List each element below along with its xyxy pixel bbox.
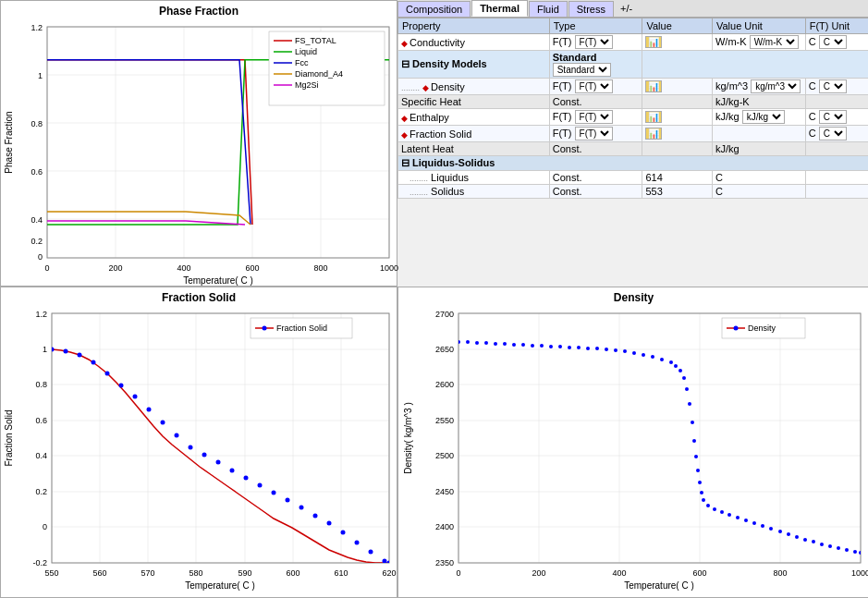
svg-text:2700: 2700 [435,310,454,319]
col-property: Property [398,18,550,34]
ft-unit [805,171,868,185]
svg-point-98 [355,541,360,545]
tab-fluid[interactable]: Fluid [529,1,568,17]
svg-text:Fraction Solid: Fraction Solid [4,409,14,466]
value-button[interactable]: 📊 [645,80,662,92]
svg-text:2450: 2450 [435,487,454,496]
svg-rect-57 [52,313,389,563]
svg-point-157 [632,351,636,355]
svg-point-80 [105,372,110,376]
property-value: 📊 [642,126,713,142]
svg-point-78 [78,353,82,358]
svg-point-145 [521,343,525,347]
svg-point-156 [623,349,627,353]
tab-thermal[interactable]: Thermal [471,0,528,17]
svg-point-169 [694,455,698,458]
svg-point-185 [795,535,799,539]
property-type: Const. [549,185,642,199]
section-type: Standard Standard [549,51,642,79]
unit-select[interactable]: W/m-K [750,35,799,49]
value-button[interactable]: 📊 [645,36,662,48]
table-row: ◆Enthalpy F(T) F(T) 📊 kJ/kg kJ/kg C C [398,109,869,126]
svg-point-146 [531,344,534,348]
svg-point-160 [660,358,664,361]
unit-select[interactable]: kJ/kg [742,110,785,124]
phase-chart-title: Phase Fraction [1,1,397,18]
diamond-icon: ◆ [422,83,429,92]
property-value: 📊 [642,109,713,126]
property-name: ........ ◆Density [398,79,550,95]
type-select[interactable]: F(T) [575,79,613,93]
svg-point-183 [778,530,782,533]
property-value [642,95,713,109]
svg-point-139 [466,340,470,344]
value-unit: kJ/kg [712,142,805,156]
svg-text:Liquid: Liquid [295,47,317,56]
value-button[interactable]: 📊 [645,128,662,140]
svg-text:610: 610 [334,568,348,578]
svg-point-141 [484,341,488,345]
property-value: 614 [642,171,713,185]
svg-point-170 [696,469,700,472]
col-value: Value [642,18,713,34]
svg-point-87 [202,453,207,458]
density-chart-svg: 2700 2650 2600 2550 2500 2450 2400 2350 … [398,304,868,595]
svg-point-154 [605,348,608,351]
svg-point-182 [769,527,773,531]
table-row: ........ ◆Density F(T) F(T) 📊 kg/m^3 kg/… [398,79,869,95]
section-name: ⊟ Liquidus-Solidus [398,156,869,171]
ft-unit-select[interactable]: C [819,110,847,124]
svg-text:0.6: 0.6 [35,416,47,425]
svg-text:200: 200 [532,568,545,578]
property-name: ........ Liquidus [398,171,550,185]
ft-unit-select[interactable]: C [819,127,847,140]
density-model-select[interactable]: Standard [553,63,611,77]
svg-text:400: 400 [612,568,626,578]
property-value: 553 [642,185,713,199]
tab-plus[interactable]: +/- [615,1,638,16]
svg-point-181 [761,524,764,528]
type-select[interactable]: F(T) [575,127,613,140]
svg-text:Density( kg/m^3 ): Density( kg/m^3 ) [403,402,413,474]
svg-text:0.4: 0.4 [35,451,47,460]
svg-text:0: 0 [44,263,49,273]
tab-stress[interactable]: Stress [568,1,614,17]
svg-text:2350: 2350 [435,558,454,567]
svg-text:570: 570 [141,568,154,578]
svg-point-142 [494,342,497,346]
svg-point-88 [216,460,221,465]
unit-select[interactable]: kg/m^3 [751,79,801,93]
property-name: Specific Heat [398,95,550,109]
svg-point-81 [119,384,124,388]
svg-point-167 [691,421,694,424]
svg-point-186 [803,538,807,542]
tab-composition[interactable]: Composition [397,1,471,17]
svg-point-86 [189,445,193,450]
svg-text:1.2: 1.2 [35,310,47,319]
svg-text:560: 560 [92,568,106,578]
value-button[interactable]: 📊 [645,111,662,123]
type-select[interactable]: F(T) [575,35,613,49]
svg-point-152 [586,347,590,350]
svg-point-144 [512,343,516,347]
ft-unit-select[interactable]: C [819,35,847,49]
ft-unit: C C [805,79,868,95]
section-extra [642,51,868,79]
property-name: ◆Conductivity [398,34,550,51]
svg-point-184 [787,532,790,536]
svg-point-82 [133,395,138,399]
svg-point-96 [327,521,332,526]
svg-point-77 [64,349,68,354]
svg-point-95 [313,514,318,519]
svg-text:Diamond_A4: Diamond_A4 [295,69,343,79]
svg-text:1: 1 [43,345,47,354]
ft-unit-select[interactable]: C [819,79,847,93]
svg-point-192 [853,550,857,554]
svg-point-99 [369,550,373,555]
phase-chart-svg: 1.2 1 0.8 0.6 0.4 0.2 0 0 200 400 600 80… [1,18,398,286]
svg-text:FS_TOTAL: FS_TOTAL [295,36,336,45]
svg-text:2500: 2500 [435,451,454,460]
type-select[interactable]: F(T) [575,110,613,124]
svg-text:Mg2Si: Mg2Si [295,80,319,90]
svg-point-187 [812,540,815,543]
